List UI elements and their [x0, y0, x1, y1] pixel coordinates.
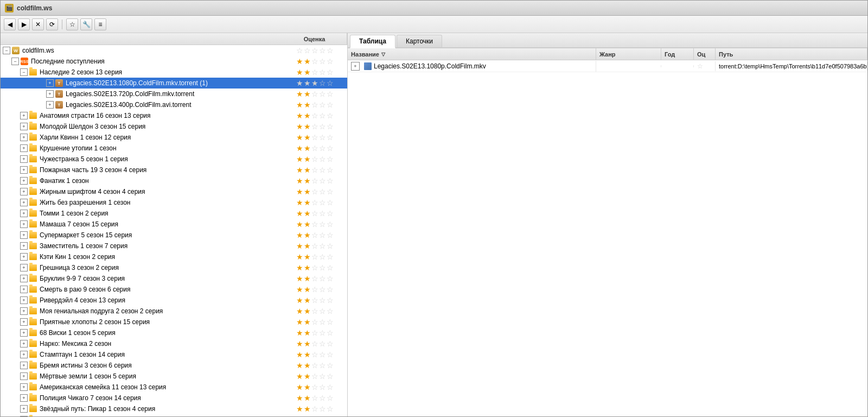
expand-icon-15[interactable]: + [20, 210, 28, 217]
tree-item-legacies-720p[interactable]: + T Legacies.S02E13.720p.ColdFilm.mkv.to… [1, 89, 347, 99]
expand-icon-10[interactable]: + [20, 155, 28, 163]
tree-item-8[interactable]: +Харли Квинн 1 сезон 12 серия★★☆☆☆ [1, 132, 347, 143]
expand-recent[interactable]: − [11, 58, 19, 65]
tree-item-25[interactable]: +Приятные хлопоты 2 сезон 15 серия★★☆☆☆ [1, 317, 347, 327]
row-expand-icon[interactable]: + [351, 62, 360, 71]
tree-item-6[interactable]: +Анатомия страсти 16 сезон 13 серия★★☆☆☆ [1, 110, 347, 121]
tree-item-21[interactable]: +Бруклин 9-9 7 сезон 3 серия★★☆☆☆ [1, 273, 347, 284]
expand-icon-31[interactable]: + [20, 383, 28, 391]
expand-icon-33[interactable]: + [20, 405, 28, 413]
expand-icon-30[interactable]: + [20, 372, 28, 380]
expand-icon-11[interactable]: + [20, 166, 28, 174]
tree-item-33[interactable]: +Звёздный путь: Пикар 1 сезон 4 серия★★☆… [1, 403, 347, 414]
expand-icon-24[interactable]: + [20, 307, 28, 315]
expand-icon-13[interactable]: + [20, 188, 28, 195]
folder-icon-13 [29, 187, 37, 196]
tree-item-20[interactable]: +Грешница 3 сезон 2 серия★★☆☆☆ [1, 262, 347, 273]
expand-icon-21[interactable]: + [20, 275, 28, 282]
th-path[interactable]: Путь [716, 48, 867, 60]
expand-icon-12[interactable]: + [20, 177, 28, 185]
tree-item-legacies-400p[interactable]: + T Legacies.S02E13.400p.ColdFilm.avi.to… [1, 99, 347, 110]
expand-icon-16[interactable]: + [20, 220, 28, 228]
expand-legacies-1080p[interactable]: + [46, 79, 54, 87]
tree-item-32[interactable]: +Полиция Чикаго 7 сезон 14 серия★★☆☆☆ [1, 393, 347, 403]
file-icon [364, 62, 372, 70]
item-label-7: Молодой Шелдон 3 сезон 15 серия [40, 123, 282, 130]
no-expand-2 [37, 90, 45, 98]
tab-cards[interactable]: Карточки [397, 35, 442, 47]
star-button[interactable]: ☆ [66, 18, 78, 30]
expand-icon-17[interactable]: + [20, 231, 28, 239]
tree-item-legacies-1080p[interactable]: + T Legacies.S02E13.1080p.ColdFilm.mkv.t… [1, 78, 347, 89]
expand-icon-14[interactable]: + [20, 199, 28, 206]
tab-table[interactable]: Таблица [350, 35, 395, 48]
tree-item-nasledie[interactable]: − Наследие 2 сезон 13 серия ★★☆☆☆ [1, 67, 347, 78]
expand-icon-8[interactable]: + [20, 134, 28, 141]
th-genre[interactable]: Жанр [596, 48, 661, 60]
tree-item-12[interactable]: +Фанатик 1 сезон★★☆☆☆ [1, 175, 347, 186]
tree-item-23[interactable]: +Ривердэйл 4 сезон 13 серия★★☆☆☆ [1, 295, 347, 306]
recent-label: Последние поступления [31, 58, 282, 65]
table-row[interactable]: + Legacies.S02E13.1080p.ColdFilm.mkv ☆ [348, 60, 867, 72]
expand-legacies-400p[interactable]: + [46, 101, 54, 109]
expand-icon-25[interactable]: + [20, 318, 28, 326]
folder-icon-31 [29, 383, 37, 391]
tree-item-28[interactable]: +Стамптаун 1 сезон 14 серия★★☆☆☆ [1, 349, 347, 360]
expand-root[interactable]: − [3, 47, 10, 54]
tree-item-18[interactable]: +Заместитель 1 сезон 7 серия★★☆☆☆ [1, 241, 347, 251]
tree-item-17[interactable]: +Супермаркет 5 сезон 15 серия★★☆☆☆ [1, 230, 347, 241]
tree-root[interactable]: − W coldfilm.ws ☆☆☆☆☆ [1, 45, 347, 56]
expand-icon-9[interactable]: + [20, 144, 28, 152]
expand-icon-26[interactable]: + [20, 329, 28, 337]
item-stars-22: ★★☆☆☆ [282, 286, 347, 293]
folder-icon-32 [29, 394, 37, 402]
tree-item-16[interactable]: +Мамаша 7 сезон 15 серия★★☆☆☆ [1, 219, 347, 230]
tree-item-24[interactable]: +Моя гениальная подруга 2 сезон 2 серия★… [1, 306, 347, 317]
expand-icon-18[interactable]: + [20, 242, 28, 250]
expand-icon-7[interactable]: + [20, 123, 28, 130]
tree-item-30[interactable]: +Мёртвые земли 1 сезон 5 серия★★☆☆☆ [1, 371, 347, 382]
tree-item-29[interactable]: +Бремя истины 3 сезон 6 серия★★☆☆☆ [1, 360, 347, 371]
back-button[interactable]: ◀ [4, 18, 16, 30]
tree-item-11[interactable]: +Пожарная часть 19 3 сезон 4 серия★★☆☆☆ [1, 165, 347, 175]
tree-item-recent[interactable]: − RSS Последние поступления ★★☆☆☆ [1, 56, 347, 67]
expand-icon-34[interactable]: + [20, 416, 28, 416]
tree-item-9[interactable]: +Крушение утопии 1 сезон★★☆☆☆ [1, 143, 347, 154]
item-label-11: Пожарная часть 19 3 сезон 4 серия [40, 166, 282, 174]
expand-icon-29[interactable]: + [20, 362, 28, 369]
tree-item-26[interactable]: +68 Виски 1 сезон 5 серия★★☆☆☆ [1, 327, 347, 338]
settings-button[interactable]: 🔧 [80, 18, 92, 30]
tree-item-19[interactable]: +Кэти Кин 1 сезон 2 серия★★☆☆☆ [1, 251, 347, 262]
th-rating[interactable]: Оц [694, 48, 716, 60]
menu-button[interactable]: ≡ [94, 18, 106, 30]
tree-item-31[interactable]: +Американская семейка 11 сезон 13 серия★… [1, 382, 347, 393]
stop-button[interactable]: ✕ [32, 18, 44, 30]
expand-icon-27[interactable]: + [20, 340, 28, 348]
refresh-button[interactable]: ⟳ [46, 18, 58, 30]
folder-icon-29 [29, 361, 37, 370]
tree-item-34[interactable]: +Волшебники 5 сезон 6 серия★★☆☆☆ [1, 414, 347, 416]
expand-icon-32[interactable]: + [20, 394, 28, 402]
item-stars-28: ★★☆☆☆ [282, 351, 347, 358]
forward-button[interactable]: ▶ [18, 18, 30, 30]
th-year[interactable]: Год [661, 48, 694, 60]
tree-item-14[interactable]: +Жить без разрешения 1 сезон★★☆☆☆ [1, 197, 347, 208]
tree-item-15[interactable]: +Томми 1 сезон 2 серия★★☆☆☆ [1, 208, 347, 219]
th-name[interactable]: Название ▽ [348, 48, 596, 60]
tree-item-13[interactable]: +Жирным шрифтом 4 сезон 4 серия★★☆☆☆ [1, 186, 347, 197]
tree-item-10[interactable]: +Чужестранка 5 сезон 1 серия★★☆☆☆ [1, 154, 347, 165]
item-label-23: Ривердэйл 4 сезон 13 серия [40, 296, 282, 304]
tree-item-27[interactable]: +Нарко: Мексика 2 сезон★★☆☆☆ [1, 338, 347, 349]
expand-icon-20[interactable]: + [20, 264, 28, 271]
folder-icon-8 [29, 133, 37, 142]
expand-icon-19[interactable]: + [20, 253, 28, 261]
expand-nasledie[interactable]: − [20, 68, 28, 76]
expand-icon-28[interactable]: + [20, 351, 28, 358]
expand-legacies-720p[interactable]: + [46, 90, 54, 98]
tree-item-7[interactable]: +Молодой Шелдон 3 сезон 15 серия★★☆☆☆ [1, 121, 347, 132]
expand-icon-6[interactable]: + [20, 112, 28, 119]
tree-item-22[interactable]: +Смерть в раю 9 сезон 6 серия★★☆☆☆ [1, 284, 347, 295]
expand-icon-22[interactable]: + [20, 286, 28, 293]
expand-icon-23[interactable]: + [20, 296, 28, 304]
tree-container[interactable]: − W coldfilm.ws ☆☆☆☆☆ − RSS Последние по [1, 45, 347, 416]
